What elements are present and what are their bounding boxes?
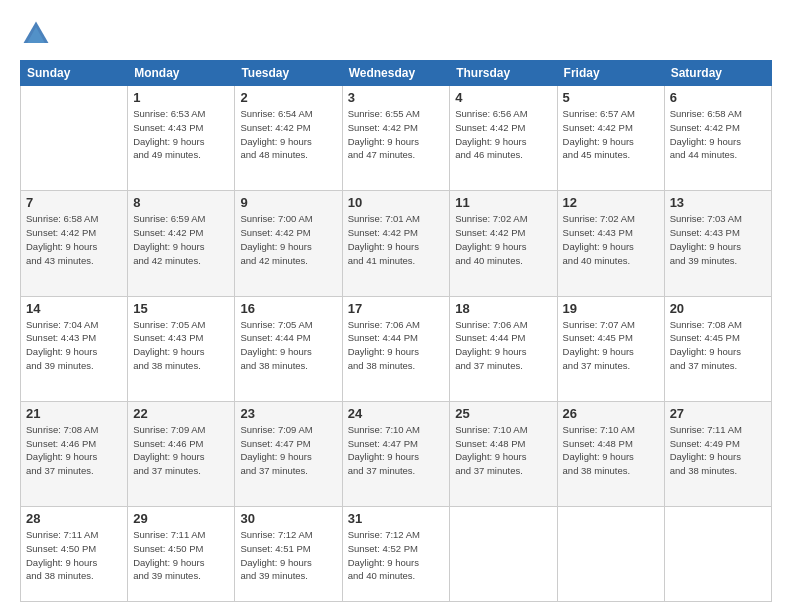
calendar-cell: 16Sunrise: 7:05 AMSunset: 4:44 PMDayligh… [235,296,342,401]
day-number: 22 [133,406,229,421]
day-number: 23 [240,406,336,421]
day-number: 17 [348,301,445,316]
page: SundayMondayTuesdayWednesdayThursdayFrid… [0,0,792,612]
calendar-cell: 30Sunrise: 7:12 AMSunset: 4:51 PMDayligh… [235,507,342,602]
day-number: 10 [348,195,445,210]
day-number: 18 [455,301,551,316]
day-number: 11 [455,195,551,210]
day-number: 12 [563,195,659,210]
calendar-cell: 4Sunrise: 6:56 AMSunset: 4:42 PMDaylight… [450,86,557,191]
calendar-cell: 27Sunrise: 7:11 AMSunset: 4:49 PMDayligh… [664,401,771,506]
calendar-week-5: 28Sunrise: 7:11 AMSunset: 4:50 PMDayligh… [21,507,772,602]
day-info: Sunrise: 7:01 AMSunset: 4:42 PMDaylight:… [348,212,445,267]
day-number: 8 [133,195,229,210]
weekday-header-saturday: Saturday [664,61,771,86]
calendar-cell: 7Sunrise: 6:58 AMSunset: 4:42 PMDaylight… [21,191,128,296]
header [20,18,772,50]
calendar-header-row: SundayMondayTuesdayWednesdayThursdayFrid… [21,61,772,86]
day-info: Sunrise: 7:03 AMSunset: 4:43 PMDaylight:… [670,212,766,267]
day-info: Sunrise: 7:04 AMSunset: 4:43 PMDaylight:… [26,318,122,373]
day-number: 9 [240,195,336,210]
day-info: Sunrise: 7:08 AMSunset: 4:45 PMDaylight:… [670,318,766,373]
day-info: Sunrise: 7:09 AMSunset: 4:47 PMDaylight:… [240,423,336,478]
calendar-cell [557,507,664,602]
day-number: 31 [348,511,445,526]
day-info: Sunrise: 7:00 AMSunset: 4:42 PMDaylight:… [240,212,336,267]
day-number: 13 [670,195,766,210]
logo [20,18,56,50]
day-number: 21 [26,406,122,421]
day-number: 14 [26,301,122,316]
calendar-cell: 14Sunrise: 7:04 AMSunset: 4:43 PMDayligh… [21,296,128,401]
day-info: Sunrise: 7:09 AMSunset: 4:46 PMDaylight:… [133,423,229,478]
day-info: Sunrise: 7:05 AMSunset: 4:44 PMDaylight:… [240,318,336,373]
calendar-cell: 12Sunrise: 7:02 AMSunset: 4:43 PMDayligh… [557,191,664,296]
day-number: 1 [133,90,229,105]
day-info: Sunrise: 6:55 AMSunset: 4:42 PMDaylight:… [348,107,445,162]
calendar-cell: 23Sunrise: 7:09 AMSunset: 4:47 PMDayligh… [235,401,342,506]
calendar-week-3: 14Sunrise: 7:04 AMSunset: 4:43 PMDayligh… [21,296,772,401]
day-info: Sunrise: 7:12 AMSunset: 4:52 PMDaylight:… [348,528,445,583]
weekday-header-friday: Friday [557,61,664,86]
day-info: Sunrise: 7:12 AMSunset: 4:51 PMDaylight:… [240,528,336,583]
day-info: Sunrise: 7:07 AMSunset: 4:45 PMDaylight:… [563,318,659,373]
day-number: 6 [670,90,766,105]
day-number: 25 [455,406,551,421]
day-info: Sunrise: 7:10 AMSunset: 4:47 PMDaylight:… [348,423,445,478]
day-info: Sunrise: 6:57 AMSunset: 4:42 PMDaylight:… [563,107,659,162]
weekday-header-thursday: Thursday [450,61,557,86]
weekday-header-tuesday: Tuesday [235,61,342,86]
day-number: 27 [670,406,766,421]
calendar-cell: 26Sunrise: 7:10 AMSunset: 4:48 PMDayligh… [557,401,664,506]
day-info: Sunrise: 7:11 AMSunset: 4:50 PMDaylight:… [133,528,229,583]
calendar-cell [664,507,771,602]
calendar-cell: 21Sunrise: 7:08 AMSunset: 4:46 PMDayligh… [21,401,128,506]
day-number: 28 [26,511,122,526]
day-number: 24 [348,406,445,421]
calendar-cell: 9Sunrise: 7:00 AMSunset: 4:42 PMDaylight… [235,191,342,296]
calendar-cell: 13Sunrise: 7:03 AMSunset: 4:43 PMDayligh… [664,191,771,296]
day-number: 20 [670,301,766,316]
calendar-cell: 20Sunrise: 7:08 AMSunset: 4:45 PMDayligh… [664,296,771,401]
day-number: 7 [26,195,122,210]
calendar-cell [450,507,557,602]
day-info: Sunrise: 7:11 AMSunset: 4:49 PMDaylight:… [670,423,766,478]
weekday-header-monday: Monday [128,61,235,86]
day-info: Sunrise: 6:54 AMSunset: 4:42 PMDaylight:… [240,107,336,162]
day-number: 3 [348,90,445,105]
calendar-cell: 31Sunrise: 7:12 AMSunset: 4:52 PMDayligh… [342,507,450,602]
day-number: 2 [240,90,336,105]
day-info: Sunrise: 7:06 AMSunset: 4:44 PMDaylight:… [455,318,551,373]
day-number: 29 [133,511,229,526]
day-info: Sunrise: 6:58 AMSunset: 4:42 PMDaylight:… [26,212,122,267]
day-info: Sunrise: 6:59 AMSunset: 4:42 PMDaylight:… [133,212,229,267]
day-number: 19 [563,301,659,316]
calendar-cell [21,86,128,191]
day-info: Sunrise: 7:02 AMSunset: 4:43 PMDaylight:… [563,212,659,267]
calendar-table: SundayMondayTuesdayWednesdayThursdayFrid… [20,60,772,602]
calendar-cell: 25Sunrise: 7:10 AMSunset: 4:48 PMDayligh… [450,401,557,506]
day-info: Sunrise: 7:10 AMSunset: 4:48 PMDaylight:… [563,423,659,478]
day-number: 26 [563,406,659,421]
day-info: Sunrise: 6:58 AMSunset: 4:42 PMDaylight:… [670,107,766,162]
day-number: 16 [240,301,336,316]
calendar-cell: 17Sunrise: 7:06 AMSunset: 4:44 PMDayligh… [342,296,450,401]
calendar-cell: 10Sunrise: 7:01 AMSunset: 4:42 PMDayligh… [342,191,450,296]
calendar-cell: 11Sunrise: 7:02 AMSunset: 4:42 PMDayligh… [450,191,557,296]
calendar-cell: 2Sunrise: 6:54 AMSunset: 4:42 PMDaylight… [235,86,342,191]
day-info: Sunrise: 7:08 AMSunset: 4:46 PMDaylight:… [26,423,122,478]
day-info: Sunrise: 7:02 AMSunset: 4:42 PMDaylight:… [455,212,551,267]
calendar-cell: 8Sunrise: 6:59 AMSunset: 4:42 PMDaylight… [128,191,235,296]
day-info: Sunrise: 6:53 AMSunset: 4:43 PMDaylight:… [133,107,229,162]
calendar-cell: 6Sunrise: 6:58 AMSunset: 4:42 PMDaylight… [664,86,771,191]
calendar-cell: 1Sunrise: 6:53 AMSunset: 4:43 PMDaylight… [128,86,235,191]
day-number: 5 [563,90,659,105]
day-info: Sunrise: 7:10 AMSunset: 4:48 PMDaylight:… [455,423,551,478]
calendar-cell: 19Sunrise: 7:07 AMSunset: 4:45 PMDayligh… [557,296,664,401]
day-number: 15 [133,301,229,316]
logo-icon [20,18,52,50]
day-info: Sunrise: 6:56 AMSunset: 4:42 PMDaylight:… [455,107,551,162]
calendar-week-2: 7Sunrise: 6:58 AMSunset: 4:42 PMDaylight… [21,191,772,296]
day-number: 4 [455,90,551,105]
calendar-cell: 22Sunrise: 7:09 AMSunset: 4:46 PMDayligh… [128,401,235,506]
